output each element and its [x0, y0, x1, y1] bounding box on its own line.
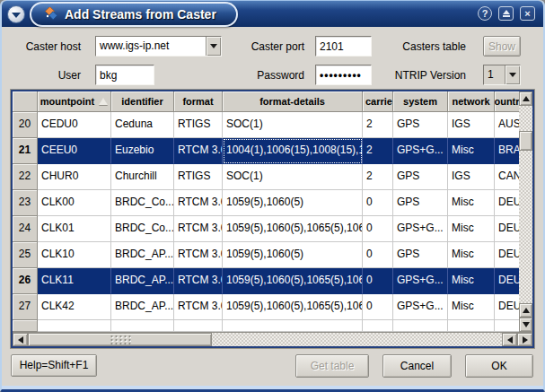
cell-country[interactable]: CAN [495, 164, 519, 190]
cell-identifier[interactable]: Ceduna [111, 112, 174, 138]
cell-identifier[interactable]: BRDC_Co... [111, 190, 174, 216]
cell-format-details[interactable]: 1059(5),1060(5) [223, 242, 363, 268]
cell-system[interactable]: GPS [393, 190, 448, 216]
cell-mountpoint[interactable]: CLK10 [38, 242, 111, 268]
cell-network[interactable]: IGS [448, 112, 495, 138]
column-header-system[interactable]: system [393, 91, 448, 112]
cell-identifier[interactable]: BRDC_AP... [111, 268, 174, 294]
show-button[interactable]: Show [483, 36, 521, 57]
table-row[interactable]: 25 CLK10 BRDC_AP... RTCM 3.0 1059(5),106… [13, 242, 519, 268]
column-header-format[interactable]: format [174, 91, 223, 112]
cell-system[interactable]: GPS+G... [393, 294, 448, 320]
cell-mountpoint[interactable]: CLK42 [38, 294, 111, 320]
window-menu-button[interactable] [7, 5, 25, 23]
cell-format[interactable]: RTCM 3.0 [174, 294, 223, 320]
cell-country[interactable]: DEU [495, 294, 519, 320]
caster-port-input[interactable] [315, 36, 372, 57]
row-number-cell[interactable]: 25 [13, 242, 38, 268]
table-row[interactable]: 24 CLK01 BRDC_Co... RTCM 3.0 1059(5),106… [13, 216, 519, 242]
cell-format-details[interactable]: 1059(5),1060(5),1065(5),106... [223, 294, 363, 320]
cell-mountpoint[interactable]: CEEU0 [38, 138, 111, 164]
column-header-mountpoint[interactable]: mountpoint [38, 91, 111, 112]
close-button[interactable]: × [520, 6, 535, 21]
cell-format-details[interactable]: 1059(5),1060(5) [223, 190, 363, 216]
ntrip-version-combobox[interactable]: 1 [483, 65, 521, 85]
corner-header-cell[interactable] [13, 91, 38, 112]
cell-format-details[interactable]: 1004(1),1006(15),1008(15),1... [223, 138, 363, 164]
horizontal-scroll-track[interactable] [28, 333, 502, 346]
column-header-identifier[interactable]: identifier [111, 91, 174, 112]
cell-system[interactable]: GPS [393, 112, 448, 138]
cell-identifier[interactable]: Euzebio [111, 138, 174, 164]
cell-mountpoint[interactable]: CHUR0 [38, 164, 111, 190]
cell-network[interactable]: Misc [448, 268, 495, 294]
maximize-button[interactable] [498, 6, 514, 21]
titlebar-help-button[interactable]: ? [478, 6, 492, 21]
caster-host-combobox[interactable]: www.igs-ip.net [95, 36, 222, 57]
table-row[interactable]: 21 CEEU0 Euzebio RTCM 3.0 1004(1),1006(1… [13, 138, 519, 164]
cell-network[interactable]: Misc [448, 294, 495, 320]
vertical-scroll-thumb[interactable] [519, 131, 532, 151]
cell-system[interactable]: GPS+G... [393, 268, 448, 294]
cell-country[interactable]: DEU [495, 268, 519, 294]
vertical-scrollbar[interactable] [519, 91, 532, 332]
cell-format[interactable]: RTCM 3.0 [174, 242, 223, 268]
caster-host-dropdown-button[interactable] [206, 37, 221, 56]
row-number-cell[interactable]: 23 [13, 190, 38, 216]
cell-mountpoint[interactable]: CEDU0 [38, 112, 111, 138]
cell-country[interactable]: AUS [495, 112, 519, 138]
cell-country[interactable]: BRA [495, 138, 519, 164]
vertical-scroll-track[interactable] [519, 106, 532, 303]
help-shortcut-button[interactable]: Help=Shift+F1 [11, 354, 97, 377]
cancel-button[interactable]: Cancel [382, 354, 452, 378]
horizontal-scroll-thumb[interactable] [28, 333, 212, 346]
scroll-left-button-2[interactable] [502, 333, 517, 346]
cell-network[interactable]: Misc [448, 216, 495, 242]
cell-format[interactable]: RTCM 3.0 [174, 138, 223, 164]
password-input[interactable] [315, 65, 372, 85]
cell-mountpoint[interactable]: CLK00 [38, 190, 111, 216]
cell-identifier[interactable]: BRDC_AP... [111, 242, 174, 268]
scroll-down-button[interactable] [519, 318, 532, 332]
get-table-button[interactable]: Get table [295, 354, 369, 378]
row-number-cell[interactable]: 27 [13, 294, 38, 320]
column-header-network[interactable]: network [448, 91, 495, 112]
cell-format[interactable]: RTCM 3.0 [174, 216, 223, 242]
row-number-cell[interactable]: 26 [13, 268, 38, 294]
cell-system[interactable]: GPS [393, 242, 448, 268]
table-row[interactable]: 26 CLK11 BRDC_AP... RTCM 3.0 1059(5),106… [13, 268, 519, 294]
cell-carrier[interactable]: 2 [363, 164, 393, 190]
cell-country[interactable]: DEU [495, 190, 519, 216]
scroll-right-button[interactable] [517, 333, 532, 346]
scroll-up-button-2[interactable] [519, 303, 532, 318]
cell-country[interactable]: DEU [495, 242, 519, 268]
cell-format[interactable]: RTIGS [174, 164, 223, 190]
cell-system[interactable]: GPS+G... [393, 138, 448, 164]
table-row[interactable]: 27 CLK42 BRDC_AP... RTCM 3.0 1059(5),106… [13, 294, 519, 320]
cell-network[interactable]: IGS [448, 164, 495, 190]
cell-identifier[interactable]: BRDC_AP... [111, 294, 174, 320]
cell-carrier[interactable]: 2 [363, 138, 393, 164]
scroll-up-button[interactable] [519, 91, 532, 106]
cell-identifier[interactable]: BRDC_Co... [111, 216, 174, 242]
cell-carrier[interactable]: 0 [363, 242, 393, 268]
cell-system[interactable]: GPS [393, 164, 448, 190]
cell-carrier[interactable]: 0 [363, 190, 393, 216]
cell-country[interactable]: DEU [495, 216, 519, 242]
cell-network[interactable]: Misc [448, 138, 495, 164]
cell-carrier[interactable]: 0 [363, 268, 393, 294]
row-number-cell[interactable]: 22 [13, 164, 38, 190]
cell-carrier[interactable]: 0 [363, 294, 393, 320]
cell-carrier[interactable]: 0 [363, 216, 393, 242]
cell-format-details[interactable]: 1059(5),1060(5),1065(5),106... [223, 216, 363, 242]
cell-carrier[interactable]: 2 [363, 112, 393, 138]
scroll-left-button[interactable] [13, 333, 28, 346]
cell-format-details[interactable]: SOC(1) [223, 164, 363, 190]
cell-mountpoint[interactable]: CLK11 [38, 268, 111, 294]
cell-network[interactable]: Misc [448, 190, 495, 216]
cell-format-details[interactable]: 1059(5),1060(5),1065(5),106... [223, 268, 363, 294]
horizontal-scrollbar[interactable] [13, 332, 532, 346]
cell-format[interactable]: RTCM 3.0 [174, 268, 223, 294]
row-number-cell[interactable]: 20 [13, 112, 38, 138]
cell-identifier[interactable]: Churchill [111, 164, 174, 190]
